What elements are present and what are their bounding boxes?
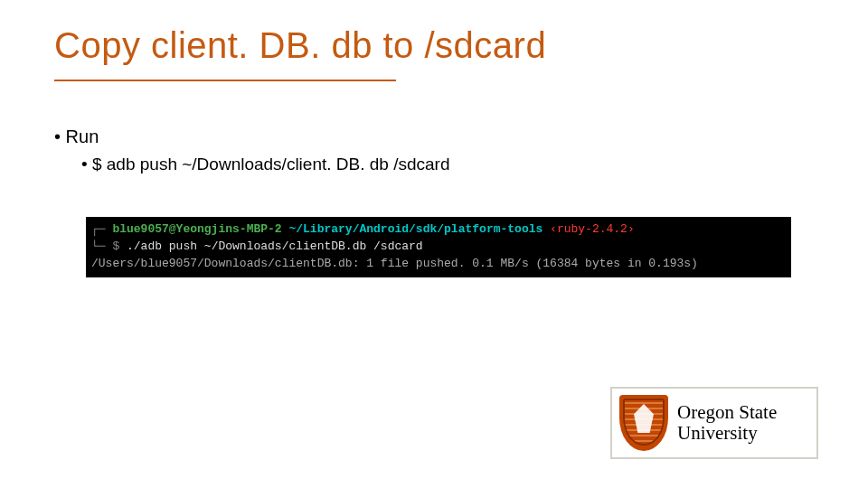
osu-logo-line1: Oregon State [677, 403, 777, 422]
osu-crest-icon [619, 395, 668, 451]
prompt-bracket2-icon: └─ $ [91, 239, 127, 253]
slide: Copy client. DB. db to /sdcard Run $ adb… [0, 0, 868, 488]
prompt-bracket-icon: ┌─ [91, 222, 112, 236]
terminal-command: ./adb push ~/Downloads/clientDB.db /sdca… [127, 239, 423, 253]
slide-title: Copy client. DB. db to /sdcard [54, 25, 546, 66]
terminal-screenshot: ┌─ blue9057@Yeongjins-MBP-2 ~/Library/An… [86, 217, 791, 277]
osu-logo: Oregon State University [610, 387, 818, 459]
bullet-list: Run $ adb push ~/Downloads/client. DB. d… [54, 127, 449, 174]
bullet-level1: Run [54, 127, 449, 147]
osu-logo-line2: University [677, 424, 777, 443]
terminal-line-3: /Users/blue9057/Downloads/clientDB.db: 1… [91, 255, 786, 272]
terminal-output: /Users/blue9057/Downloads/clientDB.db: 1… [91, 257, 698, 270]
bullet-level2: $ adb push ~/Downloads/client. DB. db /s… [81, 155, 449, 174]
terminal-ruby-env: ‹ruby-2.4.2› [550, 222, 635, 236]
terminal-line-1: ┌─ blue9057@Yeongjins-MBP-2 ~/Library/An… [91, 221, 786, 238]
terminal-path: ~/Library/Android/sdk/platform-tools [282, 222, 550, 236]
terminal-line-2: └─ $ ./adb push ~/Downloads/clientDB.db … [91, 238, 786, 255]
title-underline [54, 80, 396, 81]
terminal-user: blue9057@Yeongjins-MBP-2 [112, 222, 281, 236]
osu-logo-text: Oregon State University [677, 403, 777, 443]
